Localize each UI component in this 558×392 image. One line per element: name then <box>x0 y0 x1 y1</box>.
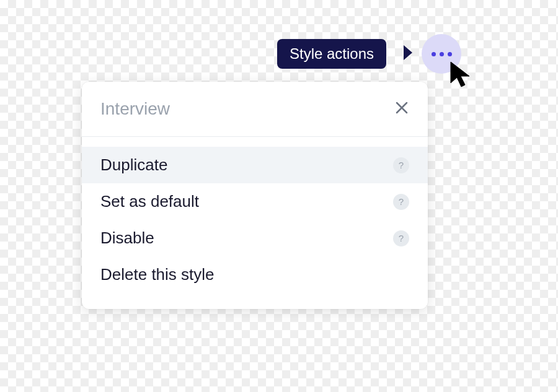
menu-item-label: Duplicate <box>100 155 167 175</box>
style-actions-tooltip: Style actions <box>277 39 386 69</box>
style-actions-panel: Interview Duplicate ? Set as default ? D… <box>82 82 428 309</box>
tooltip-label: Style actions <box>290 45 374 62</box>
menu-item-label: Disable <box>100 229 154 248</box>
menu-item-set-default[interactable]: Set as default ? <box>82 183 428 220</box>
help-icon[interactable]: ? <box>393 230 409 246</box>
menu-item-duplicate[interactable]: Duplicate ? <box>82 147 428 183</box>
more-icon <box>432 52 436 56</box>
cursor-icon <box>450 61 476 92</box>
menu-item-delete[interactable]: Delete this style <box>82 256 428 293</box>
panel-body: Duplicate ? Set as default ? Disable ? D… <box>82 137 428 309</box>
more-icon <box>440 52 444 56</box>
more-icon <box>448 52 452 56</box>
close-icon <box>394 100 409 115</box>
menu-item-disable[interactable]: Disable ? <box>82 220 428 256</box>
menu-item-label: Delete this style <box>100 265 215 284</box>
help-icon[interactable]: ? <box>393 194 409 210</box>
menu-item-label: Set as default <box>100 192 199 211</box>
panel-header: Interview <box>82 82 428 137</box>
close-button[interactable] <box>394 100 409 118</box>
help-icon[interactable]: ? <box>393 157 409 173</box>
tooltip-arrow <box>404 45 412 60</box>
panel-title: Interview <box>100 99 170 119</box>
